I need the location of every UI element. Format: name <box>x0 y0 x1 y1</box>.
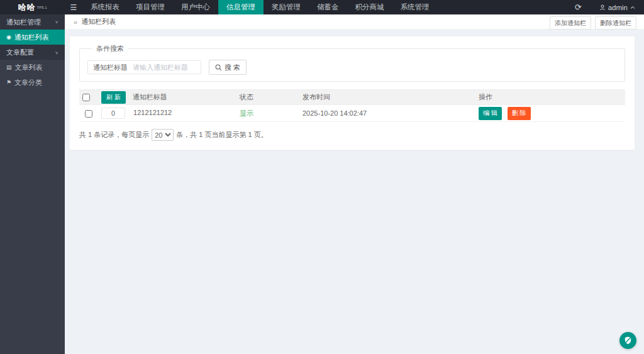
app-logo-text: 哈哈 <box>18 2 35 13</box>
status-badge: 显示 <box>240 109 253 117</box>
chevron-down-icon: ∨ <box>55 50 58 54</box>
col-header-publish-time: 发布时间 <box>299 90 475 105</box>
col-header-title: 通知栏标题 <box>133 92 167 100</box>
sidebar-item-article-list-label: 文章列表 <box>15 63 43 72</box>
search-button-label: 搜 索 <box>225 63 240 72</box>
table-refresh-button[interactable]: 刷 新 <box>101 91 126 104</box>
notice-table: 刷 新 通知栏标题 状态 发布时间 操作 1212121212 显示 20 <box>79 89 625 122</box>
nav-item-system-report[interactable]: 系统报表 <box>82 0 128 14</box>
sidebar: 通知栏管理 ∨ ◉ 通知栏列表 文章配置 ∨ ▤ 文章列表 ⚑ 文章分类 <box>0 14 65 354</box>
add-notice-button[interactable]: 添加通知栏 <box>550 16 591 30</box>
adblock-float-button[interactable] <box>619 332 636 349</box>
row-title: 1212121212 <box>133 109 172 116</box>
list-icon: ▤ <box>6 65 12 70</box>
search-fieldset: 条件搜索 通知栏标题 搜 索 <box>79 44 625 82</box>
sidebar-item-article-list[interactable]: ▤ 文章列表 <box>0 60 65 75</box>
top-nav: 系统报表 项目管理 用户中心 信息管理 奖励管理 储蓄金 积分商城 系统管理 <box>82 0 438 14</box>
search-legend: 条件搜索 <box>92 44 128 53</box>
pagination: 共 1 条记录，每页显示 20 条，共 1 页当前显示第 1 页。 <box>79 129 625 141</box>
hamburger-icon[interactable]: ☰ <box>65 0 82 14</box>
nav-item-system-manage[interactable]: 系统管理 <box>392 0 438 14</box>
row-checkbox[interactable] <box>85 110 92 118</box>
sidebar-group-article[interactable]: 文章配置 ∨ <box>0 45 65 60</box>
title-field-label: 通知栏标题 <box>88 63 133 72</box>
app-logo-version: TP5.1 <box>36 6 47 9</box>
refresh-icon[interactable]: ⟳ <box>566 0 591 14</box>
delete-notice-button[interactable]: 删除通知栏 <box>595 16 636 30</box>
sidebar-item-notice-list-label: 通知栏列表 <box>14 33 49 42</box>
nav-item-points-mall[interactable]: 积分商城 <box>347 0 392 14</box>
table-row: 1212121212 显示 2025-10-20 14:02:47 编 辑 删 … <box>79 105 625 122</box>
search-icon <box>215 64 222 71</box>
col-header-actions: 操作 <box>475 90 625 105</box>
sidebar-group-notice[interactable]: 通知栏管理 ∨ <box>0 14 65 30</box>
search-row: 通知栏标题 搜 索 <box>87 60 617 75</box>
user-menu[interactable]: admin <box>591 0 644 14</box>
pagination-prefix: 共 1 条记录，每页显示 <box>79 130 149 140</box>
dot-icon: ◉ <box>6 35 11 40</box>
nav-item-user-center[interactable]: 用户中心 <box>173 0 218 14</box>
breadcrumb-current: 通知栏列表 <box>81 17 116 26</box>
shield-slash-icon <box>623 336 633 345</box>
top-header: 哈哈TP5.1 ☰ 系统报表 项目管理 用户中心 信息管理 奖励管理 储蓄金 积… <box>0 0 644 14</box>
content-card: 条件搜索 通知栏标题 搜 索 刷 新 通知栏标题 <box>69 36 635 150</box>
nav-item-project[interactable]: 项目管理 <box>128 0 173 14</box>
nav-item-reward[interactable]: 奖励管理 <box>264 0 309 14</box>
search-button[interactable]: 搜 索 <box>209 60 247 75</box>
chevron-up-icon <box>630 6 635 9</box>
main-area: » 通知栏列表 添加通知栏 删除通知栏 条件搜索 通知栏标题 搜 索 <box>65 14 644 354</box>
sidebar-item-article-category[interactable]: ⚑ 文章分类 <box>0 75 65 90</box>
header-right: ⟳ admin <box>566 0 644 14</box>
title-input-group: 通知栏标题 <box>87 60 201 74</box>
sort-order-input[interactable] <box>101 108 125 119</box>
user-icon <box>599 4 606 11</box>
edit-button[interactable]: 编 辑 <box>479 107 502 120</box>
pagination-suffix: 条，共 1 页当前显示第 1 页。 <box>176 130 267 140</box>
page-actions: 添加通知栏 删除通知栏 <box>550 16 636 30</box>
username: admin <box>608 4 628 11</box>
sidebar-item-article-category-label: 文章分类 <box>14 78 42 87</box>
sidebar-group-article-label: 文章配置 <box>6 48 34 57</box>
nav-item-savings[interactable]: 储蓄金 <box>309 0 347 14</box>
nav-item-info-manage[interactable]: 信息管理 <box>218 0 264 14</box>
breadcrumb: » 通知栏列表 添加通知栏 删除通知栏 <box>65 14 644 30</box>
sidebar-group-notice-label: 通知栏管理 <box>6 18 41 27</box>
row-publish-time: 2025-10-20 14:02:47 <box>299 105 475 122</box>
table-header-row: 刷 新 通知栏标题 状态 发布时间 操作 <box>79 90 625 105</box>
notice-title-input[interactable] <box>133 61 201 74</box>
tag-icon: ⚑ <box>6 80 11 86</box>
page-size-select[interactable]: 20 <box>152 129 174 141</box>
chevron-down-icon: ∨ <box>55 19 58 24</box>
sidebar-item-notice-list[interactable]: ◉ 通知栏列表 <box>0 30 65 45</box>
app-logo: 哈哈TP5.1 <box>0 0 65 14</box>
select-all-checkbox[interactable] <box>82 94 90 101</box>
breadcrumb-separator: » <box>74 18 77 26</box>
delete-button[interactable]: 删 除 <box>508 107 531 120</box>
col-header-status: 状态 <box>236 90 299 105</box>
